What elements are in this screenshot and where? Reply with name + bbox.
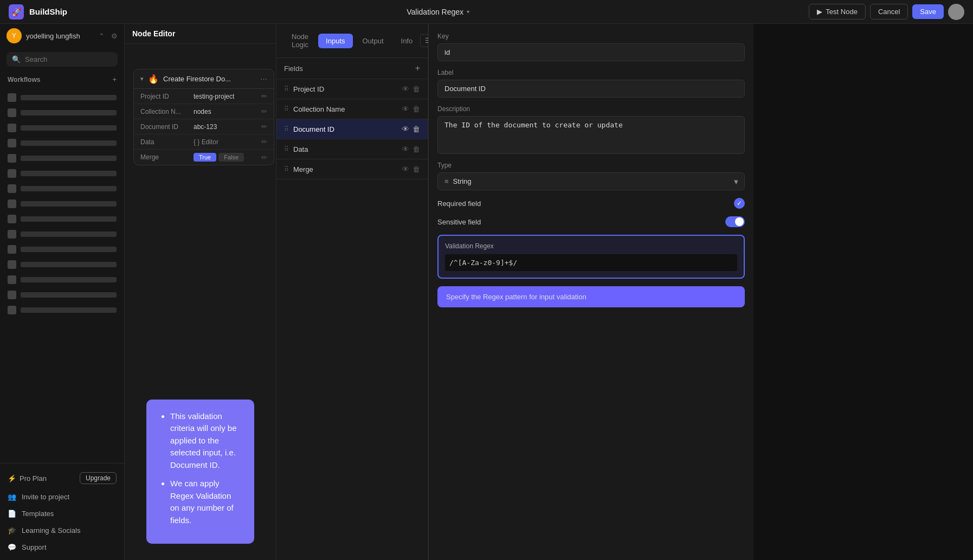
canvas-tooltip-area: This validation criteria will only be ap… xyxy=(130,174,270,555)
sidebar-item-socials[interactable]: 🎓 Learning & Socials xyxy=(0,522,124,539)
fields-tabs-row: Node Logic Inputs Output Info xyxy=(284,29,420,52)
eye-icon-collection[interactable]: 👁 xyxy=(402,105,409,113)
avatar[interactable] xyxy=(948,4,964,20)
trash-icon-collection[interactable]: 🗑 xyxy=(413,105,420,113)
list-item[interactable] xyxy=(0,302,124,318)
save-button[interactable]: Save xyxy=(912,4,944,19)
field-row-merge[interactable]: ⠿ Merge 👁 🗑 xyxy=(276,159,428,179)
collapse-icon[interactable]: ▾ xyxy=(140,75,144,82)
sidebar-item-invite[interactable]: 👥 Invite to project xyxy=(0,488,124,505)
info-panel-content: Key Label Description The ID of the docu… xyxy=(429,24,753,560)
tab-node-logic[interactable]: Node Logic xyxy=(284,29,316,52)
fields-tab-group: Node Logic Inputs Output Info xyxy=(284,29,420,52)
trash-icon-docid[interactable]: 🗑 xyxy=(413,125,420,133)
workflow-label xyxy=(21,95,117,100)
list-item[interactable] xyxy=(0,181,124,196)
edit-icon-collection[interactable]: ✏ xyxy=(261,107,267,115)
drag-icon: ⠿ xyxy=(284,165,289,173)
trash-icon-merge[interactable]: 🗑 xyxy=(413,165,420,173)
node-row-data[interactable]: Data { } Editor ✏ xyxy=(134,134,274,150)
list-item[interactable] xyxy=(0,287,124,302)
list-item[interactable] xyxy=(0,272,124,287)
list-item[interactable] xyxy=(0,120,124,136)
eye-icon-docid[interactable]: 👁 xyxy=(402,125,409,133)
merge-true-button[interactable]: True xyxy=(194,153,216,162)
eye-icon-data[interactable]: 👁 xyxy=(402,145,409,153)
tooltip-item-2: We can apply Regex Validation on any num… xyxy=(170,478,241,526)
type-select-value: String xyxy=(453,177,472,185)
node-card-header: ▾ 🔥 Create Firestore Do... ⋯ xyxy=(134,69,274,89)
description-block: Description The ID of the document to cr… xyxy=(437,105,745,154)
field-row-data[interactable]: ⠿ Data 👁 🗑 xyxy=(276,139,428,159)
trash-icon-projectid[interactable]: 🗑 xyxy=(413,85,420,93)
type-select[interactable]: ≡ String ▾ xyxy=(437,172,745,190)
tab-info[interactable]: Info xyxy=(394,34,421,48)
regex-block: Validation Regex /^[A-Za-z0-9]+$/ xyxy=(437,235,745,279)
edit-icon-data[interactable]: ✏ xyxy=(261,138,267,146)
list-item[interactable] xyxy=(0,227,124,242)
node-value-projectid: testing-project xyxy=(194,93,257,100)
regex-value[interactable]: /^[A-Za-z0-9]+$/ xyxy=(445,254,737,271)
workflow-icon xyxy=(8,199,16,208)
list-item[interactable] xyxy=(0,90,124,105)
list-item[interactable] xyxy=(0,196,124,211)
learning-icon: 🎓 xyxy=(8,526,16,535)
search-input[interactable] xyxy=(25,55,112,63)
key-label: Key xyxy=(437,33,745,40)
node-row-projectid[interactable]: Project ID testing-project ✏ xyxy=(134,89,274,104)
trash-icon-data[interactable]: 🗑 xyxy=(413,145,420,153)
workflow-label xyxy=(21,277,117,282)
list-item[interactable] xyxy=(0,151,124,166)
edit-icon-docid[interactable]: ✏ xyxy=(261,123,267,131)
drag-icon: ⠿ xyxy=(284,105,289,113)
regex-tooltip: Specify the Regex pattern for input vali… xyxy=(437,286,745,307)
list-item[interactable] xyxy=(0,257,124,272)
key-block: Key xyxy=(437,33,745,61)
workflows-section: Workflows + xyxy=(0,71,124,88)
buildship-logo: 🚀 xyxy=(9,4,24,20)
workflow-icon xyxy=(8,230,16,239)
edit-icon-merge[interactable]: ✏ xyxy=(261,153,267,162)
node-menu-icon[interactable]: ⋯ xyxy=(260,75,267,83)
field-row-collection[interactable]: ⠿ Collection Name 👁 🗑 xyxy=(276,99,428,119)
add-workflow-button[interactable]: + xyxy=(112,75,117,83)
fields-label: Fields xyxy=(284,65,303,73)
merge-false-button[interactable]: False xyxy=(218,153,244,162)
tab-inputs[interactable]: Inputs xyxy=(318,34,352,48)
list-item[interactable] xyxy=(0,136,124,151)
tab-output[interactable]: Output xyxy=(355,34,391,48)
field-row-projectid[interactable]: ⠿ Project ID 👁 🗑 xyxy=(276,79,428,99)
workflow-label xyxy=(21,156,117,161)
required-check-icon[interactable]: ✓ xyxy=(734,198,745,209)
user-row: Y yodelling lungfish ⌃ ⚙ xyxy=(0,24,124,48)
type-select-wrapper: ≡ String ▾ xyxy=(437,172,745,190)
list-item[interactable] xyxy=(0,105,124,120)
project-dropdown-arrow[interactable]: ▾ xyxy=(467,9,469,15)
cancel-button[interactable]: Cancel xyxy=(870,4,908,20)
field-name-projectid: Project ID xyxy=(293,85,397,93)
edit-icon-projectid[interactable]: ✏ xyxy=(261,92,267,100)
field-row-docid[interactable]: ⠿ Document ID 👁 🗑 xyxy=(276,119,428,139)
list-item[interactable] xyxy=(0,211,124,227)
eye-icon-merge[interactable]: 👁 xyxy=(402,165,409,173)
upgrade-button[interactable]: Upgrade xyxy=(80,472,117,484)
user-chevron-icon[interactable]: ⌃ xyxy=(99,32,105,40)
list-item[interactable] xyxy=(0,242,124,257)
test-node-button[interactable]: ▶ Test Node xyxy=(809,4,866,20)
workflow-icon xyxy=(8,93,16,102)
node-row-collection[interactable]: Collection N... nodes ✏ xyxy=(134,104,274,119)
sensitive-toggle[interactable] xyxy=(725,216,745,227)
key-input[interactable] xyxy=(437,43,745,61)
eye-icon-projectid[interactable]: 👁 xyxy=(402,85,409,93)
add-field-button[interactable]: + xyxy=(415,63,420,73)
description-textarea[interactable]: The ID of the document to create or upda… xyxy=(437,116,745,154)
workflow-icon xyxy=(8,124,16,132)
main-layout: Y yodelling lungfish ⌃ ⚙ 🔍 Workflows + xyxy=(0,24,973,560)
sidebar-item-templates[interactable]: 📄 Templates xyxy=(0,505,124,522)
sidebar-item-support[interactable]: 💬 Support xyxy=(0,539,124,556)
settings-icon[interactable]: ⚙ xyxy=(111,32,118,40)
node-row-docid[interactable]: Document ID abc-123 ✏ xyxy=(134,119,274,134)
list-item[interactable] xyxy=(0,166,124,181)
label-input[interactable] xyxy=(437,80,745,98)
search-box[interactable]: 🔍 xyxy=(7,52,118,67)
